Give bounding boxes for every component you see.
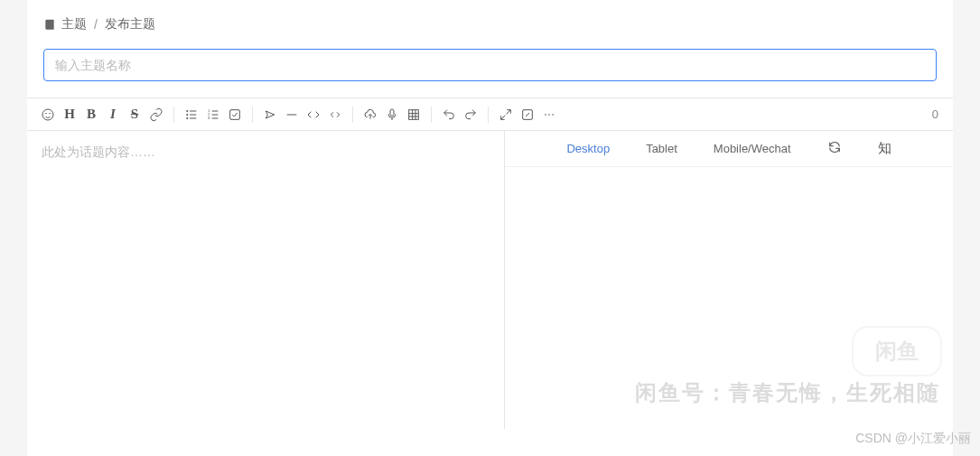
strikethrough-button[interactable]: S <box>125 105 145 125</box>
csdn-watermark: CSDN @小江爱小丽 <box>855 431 971 447</box>
edit-mode-button[interactable] <box>518 105 537 125</box>
xianyu-logo-watermark: 闲鱼 <box>854 328 940 375</box>
breadcrumb-separator: / <box>94 17 98 32</box>
preview-tab-mobile[interactable]: Mobile/Wechat <box>714 142 791 155</box>
more-button[interactable] <box>539 105 559 125</box>
preview-tabs: Desktop Tablet Mobile/Wechat 知 <box>505 131 953 167</box>
emoji-button[interactable] <box>38 105 58 125</box>
book-icon <box>43 18 56 31</box>
fullscreen-button[interactable] <box>496 105 516 125</box>
table-button[interactable] <box>404 105 424 125</box>
svg-point-25 <box>545 114 546 116</box>
toolbar-divider <box>173 107 174 123</box>
record-button[interactable] <box>382 105 402 125</box>
upload-button[interactable] <box>360 105 380 125</box>
unordered-list-button[interactable] <box>182 105 201 125</box>
heading-button[interactable]: H <box>60 105 79 125</box>
breadcrumb: 主题 / 发布主题 <box>27 16 953 49</box>
undo-button[interactable] <box>439 105 459 125</box>
preview-tab-desktop[interactable]: Desktop <box>566 142 610 155</box>
code-block-button[interactable] <box>303 105 323 125</box>
italic-button[interactable]: I <box>103 105 123 125</box>
inline-code-button[interactable] <box>325 105 345 125</box>
toolbar-divider <box>488 107 489 123</box>
preview-refresh-button[interactable] <box>827 140 842 157</box>
ordered-list-button[interactable]: 123 <box>203 105 223 125</box>
xianyu-text-watermark: 闲鱼号：青春无悔，生死相随 <box>635 378 940 407</box>
svg-point-27 <box>552 114 554 116</box>
svg-point-0 <box>42 109 53 120</box>
title-input-container <box>27 49 953 98</box>
bold-button[interactable]: B <box>81 105 101 125</box>
svg-point-6 <box>187 110 188 111</box>
breadcrumb-current: 发布主题 <box>105 16 155 33</box>
preview-tab-tablet[interactable]: Tablet <box>646 142 677 155</box>
horizontal-rule-button[interactable] <box>282 105 302 125</box>
toolbar-divider <box>352 107 353 123</box>
svg-rect-15 <box>230 109 240 119</box>
editor-textarea[interactable]: 此处为话题内容…… <box>27 131 505 429</box>
svg-point-2 <box>50 113 51 114</box>
preview-zhi-button[interactable]: 知 <box>878 140 891 157</box>
svg-rect-19 <box>409 109 419 119</box>
toolbar-divider <box>252 107 253 123</box>
editor-toolbar: H B I S 123 0 <box>27 98 953 131</box>
svg-point-26 <box>548 114 550 116</box>
refresh-icon <box>827 140 842 154</box>
redo-button[interactable] <box>461 105 481 125</box>
svg-point-1 <box>46 113 47 114</box>
editor-placeholder: 此处为话题内容…… <box>42 144 155 159</box>
char-counter: 0 <box>932 107 942 121</box>
svg-point-7 <box>187 114 188 115</box>
svg-point-8 <box>187 117 188 118</box>
topic-title-input[interactable] <box>43 49 937 81</box>
checklist-button[interactable] <box>225 105 245 125</box>
quote-button[interactable] <box>260 105 280 125</box>
svg-text:3: 3 <box>208 116 210 120</box>
toolbar-divider <box>431 107 432 123</box>
link-button[interactable] <box>146 105 166 125</box>
breadcrumb-root[interactable]: 主题 <box>61 16 87 33</box>
svg-rect-17 <box>390 109 394 116</box>
